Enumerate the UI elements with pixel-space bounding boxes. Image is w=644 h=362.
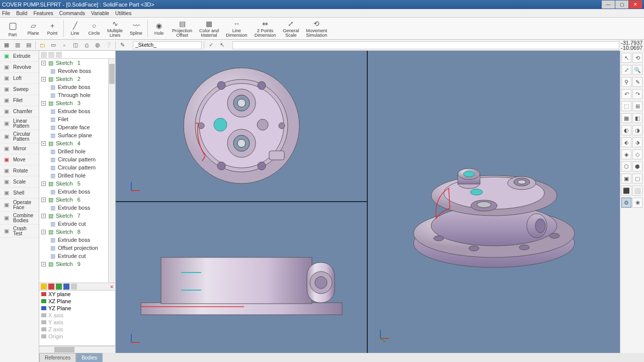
sketch-name-input[interactable] xyxy=(133,41,202,49)
tree-feature[interactable]: ▥Circular pattern xyxy=(39,155,115,163)
tree-sketch-7[interactable]: +▧Sketch7 xyxy=(39,212,115,220)
minimize-button[interactable]: — xyxy=(602,1,615,9)
tb-print-icon[interactable]: ⎙ xyxy=(82,41,91,50)
planes-btn-icon[interactable] xyxy=(48,284,54,290)
view-tool-button[interactable]: ⟲ xyxy=(632,53,642,63)
view-tool-button[interactable]: 🔍 xyxy=(632,65,642,75)
view-tool-button[interactable]: ▣ xyxy=(621,173,631,184)
tool-shell[interactable]: ▣Shell xyxy=(0,188,39,199)
view-tool-button[interactable]: ▢ xyxy=(632,173,642,184)
view-tool-button[interactable]: ◧ xyxy=(632,113,642,123)
ribbon-color-and-material[interactable]: ▦Color and Material xyxy=(196,19,222,39)
tree-feature[interactable]: ▥Extrude cut xyxy=(39,220,115,228)
tool-mirror[interactable]: ▣Mirror xyxy=(0,143,39,154)
plane-item[interactable]: Y axis xyxy=(39,319,115,326)
tool-move[interactable]: ▣Move xyxy=(0,154,39,165)
tb-view2-icon[interactable]: ▥ xyxy=(13,41,22,50)
plane-item[interactable]: XY plane xyxy=(39,291,115,298)
tree-feature[interactable]: ▥Filet xyxy=(39,115,115,123)
viewport-front[interactable] xyxy=(116,202,368,353)
tb-cursor-icon[interactable]: ↖ xyxy=(217,41,226,50)
tool-crash-test[interactable]: ▣Crash Test xyxy=(0,225,39,238)
close-button[interactable]: ✕ xyxy=(629,1,642,9)
tree-scrollbar[interactable] xyxy=(108,59,115,283)
tree-feature[interactable]: ▥Extrude boss xyxy=(39,83,115,91)
planes-btn-icon[interactable] xyxy=(63,284,69,290)
plane-item[interactable]: XZ Plane xyxy=(39,298,115,305)
tool-combine-bodies[interactable]: ▣Combine Bodies xyxy=(0,212,39,225)
ribbon-spline[interactable]: 〰Spline xyxy=(127,19,145,39)
tree-feature[interactable]: ▥Extrude boss xyxy=(39,236,115,244)
view-tool-button[interactable]: ◈ xyxy=(621,149,631,159)
tool-chamfer[interactable]: ▣Chamfer xyxy=(0,106,39,117)
tb-chart-icon[interactable]: ◫ xyxy=(71,41,80,50)
feature-tree[interactable]: +▧Sketch1▥Revolve boss+▧Sketch2▥Extrude … xyxy=(39,59,115,283)
menu-utilities[interactable]: Utilities xyxy=(115,11,131,16)
view-tool-button[interactable]: ⬚ xyxy=(621,101,631,111)
menu-variable[interactable]: Variable xyxy=(91,11,109,16)
ribbon-movement-simulation[interactable]: ⟲Movement Simulation xyxy=(303,19,330,39)
view-tool-button[interactable]: ⚙ xyxy=(621,198,631,208)
expand-icon[interactable]: + xyxy=(41,230,46,234)
scroll-thumb[interactable] xyxy=(109,64,115,84)
view-tool-button[interactable]: ⬗ xyxy=(632,137,642,147)
planes-close-icon[interactable]: ✕ xyxy=(110,284,114,290)
plane-item[interactable]: YZ Plane xyxy=(39,305,115,312)
view-tool-button[interactable]: ▦ xyxy=(621,113,631,123)
tree-sketch-3[interactable]: +▧Sketch3 xyxy=(39,99,115,107)
tool-revolve[interactable]: ▣Revolve xyxy=(0,62,39,73)
view-tool-button[interactable]: ↖ xyxy=(621,53,631,63)
tree-feature[interactable]: ▥Drilled hole xyxy=(39,171,115,179)
ribbon-line-dimension[interactable]: ↔Line Dimension xyxy=(223,19,251,39)
tool-scale[interactable]: ▣Scale xyxy=(0,176,39,188)
view-tool-button[interactable]: ◑ xyxy=(632,125,642,135)
viewport-iso[interactable] xyxy=(368,51,620,353)
expand-icon[interactable]: + xyxy=(41,101,46,106)
view-tool-button[interactable]: ⚲ xyxy=(621,77,631,87)
view-tool-button[interactable]: ⬢ xyxy=(632,161,642,171)
tree-sketch-9[interactable]: +▧Sketch9 xyxy=(39,260,115,268)
maximize-button[interactable]: ▢ xyxy=(615,1,628,9)
h-scrollbar[interactable] xyxy=(39,346,115,353)
ribbon-general-scale[interactable]: ⤢General Scale xyxy=(280,19,302,39)
viewport-top[interactable] xyxy=(116,51,368,202)
tool-loft[interactable]: ▣Loft xyxy=(0,73,39,84)
planes-btn-icon[interactable] xyxy=(41,284,47,290)
expand-icon[interactable]: + xyxy=(41,141,46,146)
tb-view1-icon[interactable]: ▦ xyxy=(2,41,11,50)
menu-commands[interactable]: Commands xyxy=(59,11,85,16)
expand-icon[interactable]: + xyxy=(41,61,46,65)
planes-btn-icon[interactable] xyxy=(71,284,77,290)
view-tool-button[interactable]: ⬜ xyxy=(632,186,642,196)
tree-feature[interactable]: ▥Surface plane xyxy=(39,131,115,139)
view-tool-button[interactable]: ⊞ xyxy=(632,101,642,111)
expand-icon[interactable]: + xyxy=(41,262,46,266)
ribbon-part[interactable]: ▢Part xyxy=(2,19,23,39)
tool-circular-pattern[interactable]: ▣Circular Pattern xyxy=(0,130,39,143)
tree-btn-icon[interactable] xyxy=(48,52,54,58)
tree-sketch-5[interactable]: +▧Sketch5 xyxy=(39,179,115,188)
tree-sketch-1[interactable]: +▧Sketch1 xyxy=(39,59,115,67)
view-tool-button[interactable]: ⬖ xyxy=(621,137,631,147)
tb-page-icon[interactable]: ▭ xyxy=(49,41,58,50)
view-tool-button[interactable]: ⤢ xyxy=(621,65,631,75)
tb-help-icon[interactable]: ❔ xyxy=(104,41,113,50)
tool-rotate[interactable]: ▣Rotate xyxy=(0,165,39,176)
command-bar[interactable] xyxy=(232,41,633,49)
ribbon-hole[interactable]: ◉Hole xyxy=(150,19,168,39)
view-tool-button[interactable]: ↷ xyxy=(632,89,642,99)
tool-filet[interactable]: ▣Filet xyxy=(0,95,39,106)
tree-feature[interactable]: ▥Operate face xyxy=(39,123,115,131)
ribbon-circle[interactable]: ○Circle xyxy=(85,19,103,39)
tb-globe-icon[interactable]: ◍ xyxy=(93,41,102,50)
view-tool-button[interactable]: ◐ xyxy=(621,125,631,135)
view-tool-button[interactable]: ⬛ xyxy=(621,186,631,196)
expand-icon[interactable]: + xyxy=(41,182,46,186)
tree-feature[interactable]: ▥Extrude cut xyxy=(39,252,115,260)
tree-sketch-8[interactable]: +▧Sketch8 xyxy=(39,228,115,236)
ribbon-2-points-dimension[interactable]: ⇔2 Points Dimension xyxy=(252,19,279,39)
tool-sweep[interactable]: ▣Sweep xyxy=(0,84,39,95)
plane-item[interactable]: X axis xyxy=(39,312,115,319)
tb-doc-icon[interactable]: ▫ xyxy=(60,41,69,50)
tool-extrude[interactable]: ▣Extrude xyxy=(0,51,39,62)
